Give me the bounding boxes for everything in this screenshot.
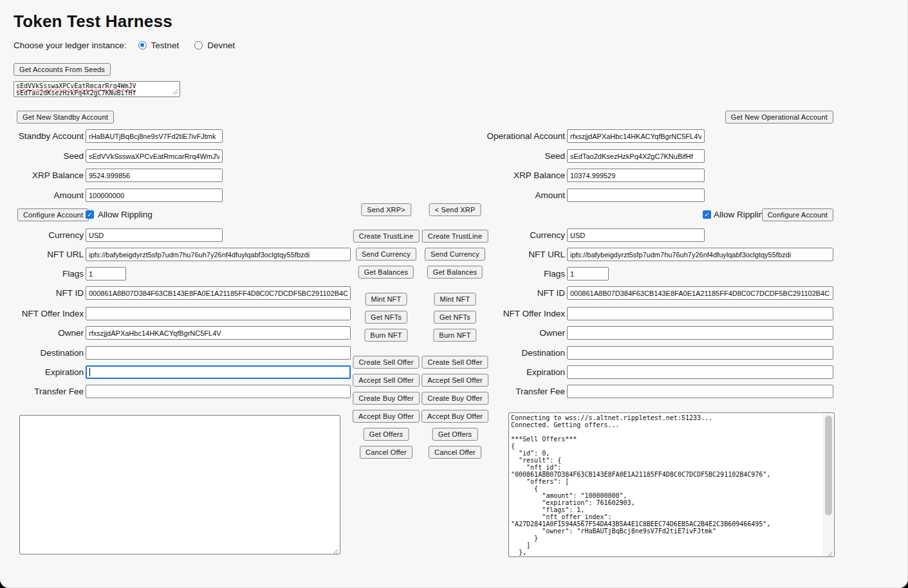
- standby-get-nfts-button[interactable]: Get NFTs: [365, 311, 407, 324]
- standby-xrp-balance-input[interactable]: [86, 169, 223, 182]
- standby-nft-url-input[interactable]: [86, 248, 351, 261]
- operational-currency-input[interactable]: [567, 228, 705, 242]
- check-icon: ✓: [704, 210, 709, 219]
- standby-cancel-offer-button[interactable]: Cancel Offer: [360, 446, 412, 459]
- get-new-operational-account-button[interactable]: Get New Operational Account: [725, 111, 833, 124]
- standby-create-sell-offer-button[interactable]: Create Sell Offer: [353, 356, 419, 369]
- operational-results-textarea[interactable]: Connecting to wss://s.altnet.rippletest.…: [508, 412, 835, 557]
- field-row: Expiration: [0, 365, 351, 379]
- ledger-instance-label: Choose your ledger instance:: [14, 41, 127, 50]
- operational-destination-input[interactable]: [567, 346, 833, 360]
- operational-accept-sell-offer-button[interactable]: Accept Sell Offer: [422, 374, 488, 387]
- standby-create-buy-offer-button[interactable]: Create Buy Offer: [353, 392, 420, 405]
- operational-accept-buy-offer-button[interactable]: Accept Buy Offer: [422, 410, 488, 423]
- standby-owner-input[interactable]: [86, 326, 351, 340]
- standby-allow-rippling-checkbox[interactable]: ✓: [86, 210, 94, 219]
- standby-send-xrp-button[interactable]: Send XRP>: [361, 203, 411, 216]
- resize-grip-icon[interactable]: [826, 549, 833, 555]
- standby-nft-id-label: NFT ID: [0, 288, 84, 298]
- standby-transfer-fee-label: Transfer Fee: [0, 387, 84, 396]
- field-row: Destination: [0, 346, 351, 360]
- operational-expiration-input[interactable]: [567, 365, 833, 379]
- standby-amount-label: Amount: [0, 190, 84, 200]
- scrollbar-track[interactable]: [823, 414, 833, 556]
- field-row: Transfer Fee: [0, 385, 351, 398]
- standby-currency-input[interactable]: [86, 228, 223, 242]
- operational-get-nfts-button[interactable]: Get NFTs: [434, 311, 476, 324]
- seed-line: sEdTao2dKsezHzkPq4X2gC7KNuBifHf: [16, 89, 178, 96]
- operational-cancel-offer-button[interactable]: Cancel Offer: [429, 446, 481, 459]
- operational-nft-id-input[interactable]: [567, 286, 833, 300]
- operational-get-offers-button[interactable]: Get Offers: [432, 428, 478, 441]
- operational-flags-input[interactable]: [567, 267, 609, 280]
- standby-accept-sell-offer-button[interactable]: Accept Sell Offer: [353, 374, 420, 387]
- standby-nft-id-input[interactable]: [86, 286, 351, 300]
- standby-results-textarea[interactable]: [19, 415, 340, 555]
- operational-nft-url-input[interactable]: [567, 248, 833, 261]
- operational-burn-nft-button[interactable]: Burn NFT: [433, 329, 476, 342]
- standby-create-trustline-button[interactable]: Create TrustLine: [353, 230, 420, 243]
- field-row: Amount: [0, 188, 223, 202]
- operational-allow-rippling-label[interactable]: Allow Rippling: [714, 210, 768, 219]
- testnet-radio-label[interactable]: Testnet: [151, 41, 180, 50]
- operational-create-sell-offer-button[interactable]: Create Sell Offer: [422, 356, 488, 369]
- standby-nft-offer-index-input[interactable]: [86, 307, 351, 320]
- standby-account-input[interactable]: [86, 129, 223, 143]
- operational-configure-account-button[interactable]: Configure Account: [762, 208, 833, 221]
- resize-grip-icon[interactable]: [332, 546, 338, 553]
- operational-xrp-balance-input[interactable]: [567, 169, 705, 182]
- standby-configure-account-button[interactable]: Configure Account: [17, 208, 89, 221]
- operational-nft-offer-index-input[interactable]: [567, 307, 833, 320]
- field-row: Currency: [0, 228, 223, 242]
- devnet-radio-label[interactable]: Devnet: [207, 41, 235, 50]
- standby-accept-buy-offer-button[interactable]: Accept Buy Offer: [353, 410, 420, 423]
- standby-get-offers-button[interactable]: Get Offers: [364, 428, 409, 441]
- standby-nft-url-label: NFT URL: [0, 250, 84, 259]
- standby-allow-rippling-label[interactable]: Allow Rippling: [98, 210, 153, 219]
- results-log-text: Connecting to wss://s.altnet.rippletest.…: [509, 413, 834, 556]
- field-row: Flags: [0, 267, 126, 280]
- operational-xrp-balance-label: XRP Balance: [412, 170, 565, 180]
- field-row: NFT ID: [0, 286, 351, 300]
- operational-get-balances-button[interactable]: Get Balances: [427, 266, 483, 279]
- operational-seed-input[interactable]: [567, 149, 705, 163]
- operational-transfer-fee-input[interactable]: [567, 385, 833, 398]
- operational-allow-rippling-checkbox[interactable]: ✓: [703, 210, 711, 219]
- standby-account-label: Standby Account: [0, 131, 84, 141]
- operational-create-buy-offer-button[interactable]: Create Buy Offer: [422, 392, 488, 405]
- field-row: XRP Balance: [0, 169, 223, 182]
- standby-burn-nft-button[interactable]: Burn NFT: [364, 329, 407, 342]
- field-row: XRP Balance: [412, 169, 705, 182]
- token-test-harness-page: Token Test Harness Choose your ledger in…: [0, 0, 908, 588]
- standby-expiration-input[interactable]: [86, 365, 351, 379]
- resize-grip-icon[interactable]: [172, 89, 178, 95]
- field-row: Seed: [0, 149, 223, 163]
- field-row: Standby Account: [0, 129, 223, 143]
- seeds-textarea[interactable]: sEdVVkSsswaXPCvEatRmcarRrq4WmJV sEdTao2d…: [14, 81, 180, 97]
- testnet-radio[interactable]: [138, 41, 147, 50]
- field-row: Seed: [412, 149, 705, 163]
- scrollbar-thumb[interactable]: [825, 416, 832, 515]
- operational-send-currency-button[interactable]: Send Currency: [425, 248, 485, 261]
- operational-owner-input[interactable]: [567, 326, 833, 340]
- standby-get-balances-button[interactable]: Get Balances: [358, 266, 414, 279]
- field-row: Operational Account: [412, 129, 705, 143]
- operational-seed-label: Seed: [412, 151, 565, 161]
- ledger-instance-chooser: Choose your ledger instance: Testnet Dev…: [14, 41, 235, 50]
- standby-destination-input[interactable]: [86, 346, 351, 360]
- devnet-radio[interactable]: [194, 41, 203, 50]
- standby-transfer-fee-input[interactable]: [86, 385, 351, 398]
- standby-amount-input[interactable]: [86, 188, 223, 202]
- operational-mint-nft-button[interactable]: Mint NFT: [434, 293, 476, 306]
- get-new-standby-account-button[interactable]: Get New Standby Account: [17, 111, 114, 124]
- standby-mint-nft-button[interactable]: Mint NFT: [366, 293, 407, 306]
- standby-seed-input[interactable]: [86, 149, 223, 163]
- standby-flags-input[interactable]: [86, 267, 126, 280]
- operational-amount-input[interactable]: [567, 188, 705, 202]
- operational-send-xrp-button[interactable]: < Send XRP: [429, 203, 481, 216]
- standby-destination-label: Destination: [0, 348, 84, 358]
- get-accounts-from-seeds-button[interactable]: Get Accounts From Seeds: [14, 63, 111, 76]
- operational-account-input[interactable]: [567, 129, 705, 143]
- operational-create-trustline-button[interactable]: Create TrustLine: [422, 230, 488, 243]
- standby-send-currency-button[interactable]: Send Currency: [356, 248, 416, 261]
